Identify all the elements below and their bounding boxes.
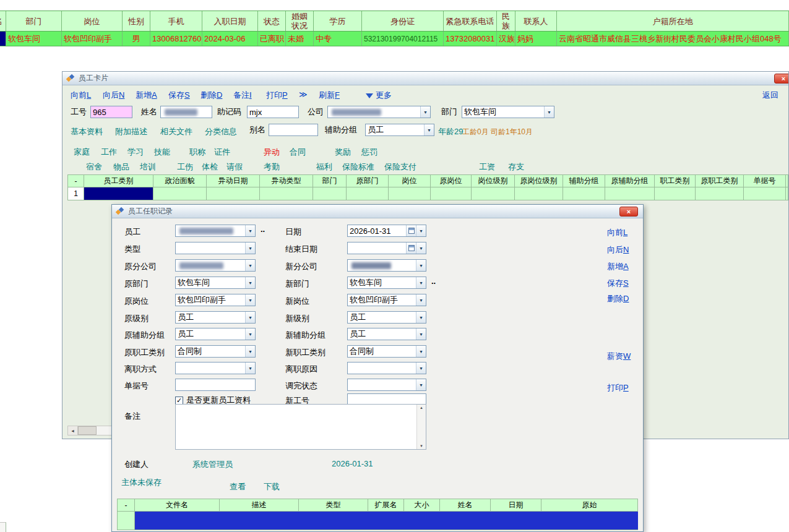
grid-column-header[interactable]: 原部门 [347, 175, 389, 187]
grid-column-header[interactable]: 岗位 [389, 175, 431, 187]
subtab-training[interactable]: 培训 [140, 161, 156, 173]
grid-cell[interactable] [515, 187, 563, 200]
scrollbar-thumb[interactable] [78, 426, 97, 435]
grid-cell[interactable] [313, 187, 347, 200]
grid-column-header[interactable]: 文件名 [135, 499, 220, 512]
remark-textarea[interactable]: ▲ ▼ [175, 404, 426, 450]
more-arrow-icon[interactable] [366, 93, 373, 98]
cell-status[interactable]: 已离职 [258, 32, 286, 46]
subtab-work[interactable]: 工作 [101, 147, 117, 158]
grid-cell[interactable] [563, 187, 605, 200]
transfer-status-combobox[interactable]: ▼ [347, 379, 426, 391]
dropdown-arrow-icon[interactable]: ▼ [416, 260, 426, 271]
column-header-dept[interactable]: 部门 [6, 11, 62, 31]
subtab-family[interactable]: 家庭 [74, 147, 90, 158]
dropdown-arrow-icon[interactable]: ▼ [245, 346, 255, 357]
dept-combobox[interactable]: 软包车间 ▼ [462, 106, 554, 118]
old-dept-combobox[interactable]: 软包车间 ▼ [175, 277, 256, 289]
cell-marital[interactable]: 未婚 [286, 32, 314, 46]
row-number-cell[interactable]: 1 [68, 187, 84, 200]
column-header-hire-date[interactable]: 入职日期 [202, 11, 258, 31]
dialog-delete-button[interactable]: 删除D [607, 293, 629, 304]
grid-column-header[interactable]: 原始 [541, 499, 638, 512]
print-button[interactable]: 打印P [266, 90, 288, 101]
dropdown-arrow-icon[interactable]: ▼ [245, 277, 255, 288]
subtab-certificate[interactable]: 证件 [214, 147, 230, 158]
dropdown-arrow-icon[interactable]: ▼ [245, 294, 255, 306]
column-header-phone[interactable]: 手机 [150, 11, 202, 31]
calendar-icon[interactable] [406, 242, 416, 254]
dropdown-arrow-icon[interactable]: ▼ [416, 346, 426, 357]
refresh-button[interactable]: 刷新F [319, 90, 340, 101]
subtab-punishment[interactable]: 惩罚 [361, 147, 377, 158]
new-dept-combobox[interactable]: 软包车间 ▼ [347, 277, 426, 289]
back-button[interactable]: 返回 [762, 90, 778, 101]
cell-emergency-phone[interactable]: 13732080031 [444, 32, 497, 46]
cell-gender[interactable]: 男 [123, 32, 150, 46]
grid-cell[interactable] [605, 187, 655, 200]
employee-list-row[interactable]: 软包车间 软包凹印副手 男 13006812760 2024-03-06 已离职… [0, 31, 789, 46]
dialog-salary-button[interactable]: 薪资W [607, 351, 631, 362]
textarea-scrollbar[interactable]: ▲ ▼ [416, 405, 426, 449]
column-header-gender[interactable]: 性别 [123, 11, 150, 31]
dropdown-arrow-icon[interactable]: ▼ [416, 277, 426, 288]
grid-cell[interactable] [744, 187, 786, 200]
cell-dept[interactable]: 软包车间 [6, 32, 62, 46]
cell-education[interactable]: 中专 [314, 32, 362, 46]
column-header-fragment[interactable]: 名 [0, 11, 6, 31]
tab-category-info[interactable]: 分类信息 [205, 126, 237, 137]
dropdown-arrow-icon[interactable]: ▼ [416, 242, 426, 254]
tab-basic-info[interactable]: 基本资料 [71, 126, 103, 137]
grid-cell[interactable] [655, 187, 696, 200]
dropdown-arrow-icon[interactable]: ▼ [245, 260, 255, 271]
grid-cell[interactable] [260, 187, 313, 200]
cell-address[interactable]: 云南省昭通市威信县三桃乡新街村民委员会小康村民小组048号 [557, 32, 789, 46]
grid-column-header[interactable]: 单据号 [744, 175, 786, 187]
old-position-combobox[interactable]: 软包凹印副手 ▼ [175, 294, 256, 306]
window-titlebar[interactable]: 员工卡片 × [63, 72, 788, 85]
subtab-transfer-active[interactable]: 异动 [264, 147, 280, 158]
dropdown-arrow-icon[interactable]: ▼ [424, 124, 434, 135]
save-button[interactable]: 保存S [168, 90, 190, 101]
dialog-prev-button[interactable]: 向前L [607, 227, 627, 238]
subtab-leave[interactable]: 请假 [226, 161, 243, 173]
cell-position[interactable]: 软包凹印副手 [62, 32, 123, 46]
grid-column-header[interactable]: 日期 [491, 499, 541, 512]
grid-column-header[interactable]: 姓名 [440, 499, 491, 512]
dropdown-arrow-icon[interactable]: ▼ [416, 225, 426, 236]
dialog-save-button[interactable]: 保存S [607, 278, 629, 289]
grid-column-header[interactable]: 类型 [299, 499, 368, 512]
dropdown-arrow-icon[interactable]: ▼ [416, 294, 426, 306]
column-header-education[interactable]: 学历 [314, 11, 362, 31]
dropdown-arrow-icon[interactable]: ▼ [420, 106, 430, 118]
subtab-skill[interactable]: 技能 [154, 147, 170, 158]
selected-attachment-row[interactable] [135, 512, 638, 530]
download-link[interactable]: 下载 [264, 481, 280, 492]
dropdown-arrow-icon[interactable]: ▼ [416, 328, 426, 340]
prev-button[interactable]: 向前L [71, 90, 91, 101]
remark-button[interactable]: 备注I [233, 90, 252, 101]
grid-cell[interactable] [431, 187, 472, 200]
old-worker-type-combobox[interactable]: 合同制 ▼ [175, 345, 256, 358]
grid-cell[interactable] [153, 187, 207, 200]
cell-ethnicity[interactable]: 汉族 [497, 32, 515, 46]
grid-column-header[interactable]: 原辅助分组 [605, 175, 655, 187]
subtab-items[interactable]: 物品 [113, 161, 129, 173]
expand-icon[interactable]: ≫ [299, 90, 308, 99]
dropdown-arrow-icon[interactable]: ▼ [416, 312, 426, 323]
grid-column-header[interactable]: 岗位级别 [472, 175, 515, 187]
subtab-welfare[interactable]: 福利 [316, 161, 332, 173]
column-header-id-number[interactable]: 身份证 [362, 11, 444, 31]
column-header-contact[interactable]: 联系人 [515, 11, 557, 31]
subtab-title[interactable]: 职称 [189, 147, 205, 158]
subtab-salary[interactable]: 工资 [479, 161, 495, 173]
old-aux-combobox[interactable]: 员工 ▼ [175, 328, 256, 340]
leave-reason-combobox[interactable]: ▼ [347, 362, 426, 374]
old-company-combobox[interactable]: ▼ [175, 259, 256, 272]
browse-dots-button[interactable]: .. [431, 277, 436, 286]
subtab-study[interactable]: 学习 [127, 147, 144, 158]
name-input[interactable] [160, 106, 212, 118]
subtab-deposit[interactable]: 存支 [508, 161, 524, 173]
grid-cell[interactable] [207, 187, 260, 200]
calendar-icon[interactable] [406, 225, 416, 236]
